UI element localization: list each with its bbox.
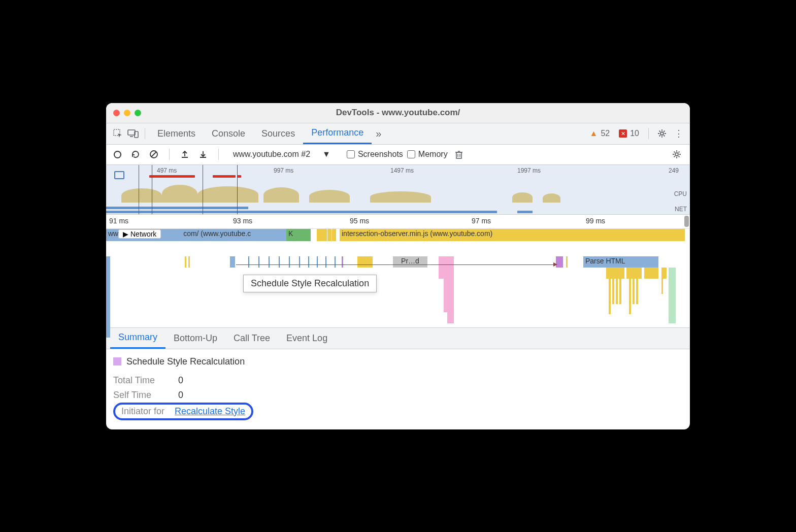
svg-point-4 [660,132,664,135]
garbage-collect-icon[interactable] [452,147,466,161]
ruler-tick: 95 ms [350,217,369,225]
flame-bar[interactable] [258,256,259,268]
flame-bar[interactable] [612,279,614,304]
tab-elements[interactable]: Elements [149,123,204,144]
flame-bar[interactable] [444,290,454,301]
flame-bar[interactable] [269,256,270,268]
tab-console[interactable]: Console [204,123,253,144]
tab-event-log[interactable]: Event Log [278,327,336,349]
device-toggle-icon[interactable] [125,126,141,141]
flame-text: com/ (www.youtube.c [183,229,251,238]
flame-bar[interactable] [230,256,235,268]
flame-bar[interactable]: K [286,229,294,241]
recording-selector[interactable]: www.youtube.com #2 ▼ [233,150,330,159]
minimize-window-button[interactable] [124,110,130,116]
flame-bar[interactable] [619,279,621,304]
marker-line [152,165,152,214]
issue-counts[interactable]: ▲ 52 ✕ 10 [590,129,639,138]
flame-bar[interactable] [447,312,454,323]
flame-bar[interactable] [325,256,326,268]
flame-bar[interactable] [566,256,568,268]
close-window-button[interactable] [113,110,120,116]
upload-button[interactable] [178,147,192,161]
divider [648,128,649,139]
marker-line [203,165,203,214]
clear-button[interactable] [147,147,161,161]
flame-bar[interactable] [279,256,280,268]
flame-bar[interactable] [299,256,300,268]
tab-bottom-up[interactable]: Bottom-Up [165,327,225,349]
flame-bar[interactable] [327,229,331,241]
flame-bar[interactable] [644,268,658,279]
warning-icon: ▲ [590,129,598,138]
flame-bar[interactable] [636,279,638,304]
flame-bar[interactable] [317,229,327,241]
tab-sources[interactable]: Sources [253,123,303,144]
flame-bar[interactable] [661,279,663,294]
flame-bar[interactable] [626,268,642,279]
error-count: 10 [630,129,639,138]
overview-selection-handle[interactable] [114,171,124,179]
flame-bar[interactable] [317,256,318,268]
overview-net-bar [517,211,533,213]
flame-bar[interactable] [439,256,454,268]
flame-bar[interactable] [335,256,336,268]
more-tabs-icon[interactable]: » [372,123,385,144]
scrollbar-thumb[interactable] [684,216,689,227]
overview-panel[interactable]: 497 ms 997 ms 1497 ms 1997 ms 249 CPU NE… [106,165,690,215]
more-menu-icon[interactable]: ⋮ [671,128,686,139]
divider [218,149,219,160]
inspect-element-icon[interactable] [110,126,125,141]
tab-call-tree[interactable]: Call Tree [225,327,278,349]
timeline-ruler: 91 ms 93 ms 95 ms 97 ms 99 ms [106,215,690,229]
flame-bar[interactable] [661,268,667,279]
flame-bar[interactable] [629,279,631,314]
tab-performance[interactable]: Performance [303,123,372,144]
error-icon: ✕ [619,129,627,138]
flame-bar[interactable]: Pr…d [393,256,427,268]
flame-bar[interactable] [185,256,186,268]
flame-bar[interactable] [308,256,309,268]
initiator-link[interactable]: Recalculate Style [175,406,245,417]
overview-tick: 497 ms [157,167,177,174]
memory-checkbox[interactable]: Memory [407,150,448,159]
flame-bar[interactable] [307,229,311,241]
flame-bar[interactable]: intersection-observer.min.js (www.youtub… [340,229,685,241]
flame-bar[interactable] [357,256,373,268]
screenshots-checkbox[interactable]: Screenshots [347,150,403,159]
flame-bar[interactable] [342,256,343,268]
flame-bar[interactable] [289,256,290,268]
flame-bar[interactable] [609,279,611,314]
flame-bar[interactable] [444,279,454,290]
event-title: Schedule Style Recalculation [126,356,245,367]
initiator-row: Initiator for Recalculate Style [113,403,253,420]
overview-tick: 249 [669,167,679,174]
parse-html-bar[interactable]: Parse HTML [583,256,658,268]
tab-summary[interactable]: Summary [110,327,165,349]
traffic-lights [113,110,141,116]
recording-name: www.youtube.com #2 [233,150,310,159]
flame-bar[interactable] [248,256,249,268]
memory-label: Memory [418,150,448,159]
overview-tick: 997 ms [274,167,293,174]
reload-button[interactable] [128,147,143,161]
record-button[interactable] [110,147,124,161]
download-button[interactable] [196,147,210,161]
flame-bar[interactable] [188,256,190,268]
flame-bar[interactable] [633,279,635,304]
flame-bar[interactable] [106,256,110,338]
network-expand[interactable]: ▶ Network [118,229,161,239]
titlebar: DevTools - www.youtube.com/ [106,103,690,123]
settings-icon[interactable] [653,128,671,139]
flame-bar[interactable] [669,268,676,323]
flame-bar[interactable] [444,301,454,312]
flame-bar[interactable] [606,268,624,279]
flame-bar[interactable] [616,279,618,304]
flame-bar[interactable] [332,229,336,241]
flame-bar[interactable] [439,268,454,279]
maximize-window-button[interactable] [135,110,141,116]
capture-settings-icon[interactable] [668,149,686,159]
performance-toolbar: www.youtube.com #2 ▼ Screenshots Memory [106,145,690,165]
timeline-zone[interactable]: 91 ms 93 ms 95 ms 97 ms 99 ms ww com/ (w… [106,215,690,328]
initiator-label: Initiator for [121,406,164,417]
